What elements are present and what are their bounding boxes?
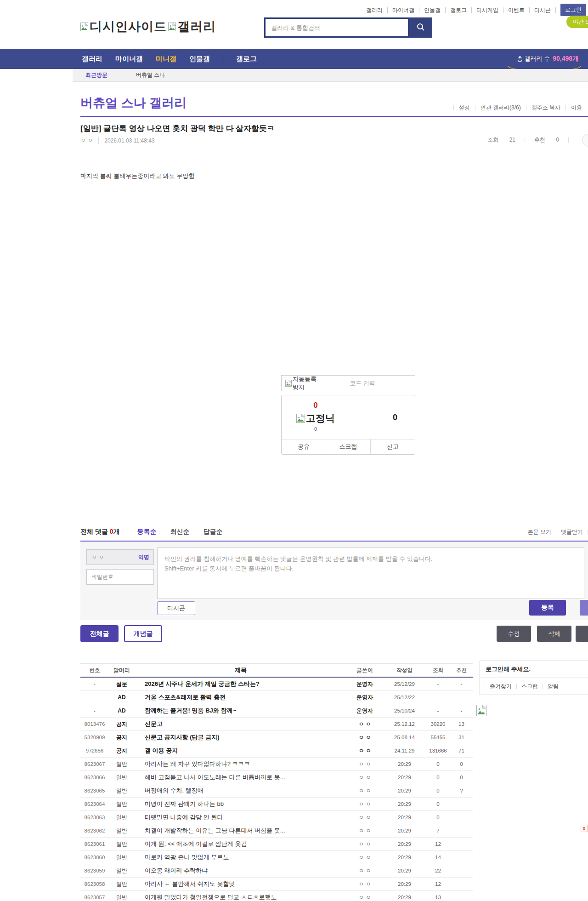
table-row[interactable]: 8623058 일반 아리사 ← 불안해서 쉬지도 못할덧 ㅇ ㅇ 20:29 … [80,878,473,891]
table-row[interactable]: 5320909 공지 신문고 공지사항 (답글 금지) ㅇ ㅇ 25.08.14… [80,731,473,744]
table-row[interactable]: 8623059 일반 이오몽 왜이리 추락하냐 ㅇ ㅇ 20:29 22 [80,864,473,878]
gallery-title[interactable]: 버츄얼 스나 갤러리 [80,95,187,111]
comment-password-field[interactable] [86,569,154,585]
main-nav-item[interactable]: 갤로그 [223,55,257,63]
post-title-link[interactable]: 마로카 역광 존나 맛없게 부르노 [135,853,347,861]
comment-name-field[interactable]: ㅇ ㅇ 익명 [86,549,154,565]
post-author[interactable]: ㅇ ㅇ [347,734,383,741]
post-author[interactable]: ㅇ ㅇ [347,814,383,821]
utility-nav-item[interactable]: 인물갤 [419,7,446,13]
share-button[interactable]: 공유 [282,439,326,454]
sidebar-action-link[interactable]: 즐겨찾기 [485,684,516,689]
table-row[interactable]: 8623063 일반 터렛밀면 나중에 감당 안 된다 ㅇ ㅇ 20:29 0 [80,811,473,824]
post-title-link[interactable]: 겨울 스포츠&레저로 활력 충전 [135,693,347,701]
gallery-header-link[interactable]: 연관 갤러리(3/6) [475,105,526,110]
post-title-link[interactable]: 신문고 [135,720,347,728]
clipped-button[interactable] [576,626,588,642]
utility-nav-item[interactable]: 갤로그 [446,7,472,13]
scrap-button[interactable]: 스크랩 [326,439,370,454]
night-mode-toggle[interactable]: 야간 모드 [566,16,588,28]
gallery-header-link[interactable]: 갤주소 복사 [526,105,565,110]
table-row[interactable]: - AD 함께하는 즐거움! 명품 BJ와 함께~ 운영자 25/10/24 -… [80,704,473,718]
post-author[interactable]: ㅇ ㅇ [347,720,383,728]
utility-nav-item[interactable]: 이벤트 [503,7,530,13]
close-comments-link[interactable]: 댓글닫기 [556,528,588,536]
comment-sort-tab[interactable]: 답글순 [204,528,223,536]
comment-submit-button-clipped[interactable]: 등록 [580,600,588,616]
post-author[interactable]: ㅇ ㅇ [347,854,383,861]
table-row[interactable]: 8623061 일반 이게 뭔; << 애초에 이걸로 쌈난게 웃김 ㅇ ㅇ 2… [80,838,473,851]
table-row[interactable]: 972656 공지 갤 이용 공지 ㅇ ㅇ 24.11.29 131666 71 [80,744,473,758]
dccon-button[interactable]: 디시콘 [157,601,195,615]
post-title-link[interactable]: 갤 이용 공지 [135,747,347,755]
captcha-input[interactable] [322,380,415,387]
main-nav-item[interactable]: 인물갤 [189,55,210,63]
recent-visit-label[interactable]: 최근방문 [85,71,107,79]
all-posts-button[interactable]: 전체글 [80,625,119,642]
upvote-area[interactable]: 0 고정닉 0 [288,401,343,432]
view-post-link[interactable]: 본문 보기 [523,528,556,536]
sidebar-action-link[interactable]: 알림 [543,684,563,689]
table-row[interactable]: 8623060 일반 마로카 역광 존나 맛없게 부르노 ㅇ ㅇ 20:29 1… [80,851,473,864]
logo[interactable]: 디시인사이드 갤러리 [80,18,216,35]
table-row[interactable]: 8013476 공지 신문고 ㅇ ㅇ 25.12.12 30220 13 [80,718,473,731]
post-title-link[interactable]: 이게 뭔; << 애초에 이걸로 쌈난게 웃김 [135,840,347,848]
table-row[interactable]: 8623065 일반 버장애의 수치. 텔장애 ㅇ ㅇ 20:29 0 ? [80,784,473,798]
post-title-link[interactable]: 신문고 공지사항 (답글 금지) [135,733,347,741]
post-author[interactable]: ㅇ ㅇ [347,800,383,808]
utility-nav-item[interactable]: 디시콘 [530,7,556,13]
post-author[interactable]: ㅇ ㅇ [347,867,383,875]
post-author[interactable]: ㅇ ㅇ [347,787,383,795]
post-title-link[interactable]: 버장애의 수치. 텔장애 [135,787,347,795]
post-title-link[interactable]: 미녕이 진짜 판떼기 하나는 bb [135,800,347,808]
clipped-round-button[interactable] [582,134,588,147]
post-title-link[interactable]: 치걜이 개발작하는 이유는 그냥 다른데서 버험을 못... [135,827,347,835]
utility-nav-item[interactable]: 디시게임 [472,7,503,13]
utility-nav-item[interactable]: 갤러리 [362,7,388,13]
edit-button[interactable]: 수정 [497,626,531,642]
post-title-link[interactable]: 함께하는 즐거움! 명품 BJ와 함께~ [135,707,347,715]
gallery-header-link[interactable]: 이용 [565,105,587,110]
post-author[interactable]: ㅇ ㅇ [347,760,383,768]
close-icon[interactable]: x [581,825,588,832]
table-row[interactable]: 8623064 일반 미녕이 진짜 판떼기 하나는 bb ㅇ ㅇ 20:29 0 [80,798,473,811]
post-author[interactable]: ㅇ ㅇ [347,774,383,781]
breadcrumb-current-gallery[interactable]: 버츄얼 스나 [136,71,165,79]
post-author[interactable]: ㅇ ㅇ [347,747,383,755]
post-title-link[interactable]: 아리사 ← 불안해서 쉬지도 못할덧 [135,880,347,888]
main-nav-item[interactable]: 갤러리 [82,55,102,63]
gallery-header-link[interactable]: 설정 [453,105,475,110]
search-button[interactable] [409,17,432,38]
best-posts-button[interactable]: 개념글 [124,625,162,642]
post-author[interactable]: ㅇ ㅇ [347,840,383,848]
login-button[interactable]: 로그인 [560,4,586,16]
post-author[interactable]: 운영자 [347,707,383,715]
table-row[interactable]: 8623067 일반 아리사는 왜 자꾸 있다없다하냐? ㅋㅋㅋ ㅇ ㅇ 20:… [80,758,473,771]
post-author[interactable]: ㅇ ㅇ [347,827,383,835]
post-title-link[interactable]: 이오몽 왜이리 추락하냐 [135,867,347,875]
post-title-link[interactable]: 아리사는 왜 자꾸 있다없다하냐? ㅋㅋㅋ [135,760,347,768]
comment-sort-tab[interactable]: 등록순 [137,528,157,536]
post-author[interactable]: ㅇ ㅇ [80,137,93,144]
post-title-link[interactable]: 이게뭔 밀었다가 청일전쟁으로 딜교 ㅅㅌㅊ로햇노 [135,893,347,901]
post-author[interactable]: ㅇ ㅇ [347,894,383,901]
search-input[interactable] [264,17,409,38]
post-author[interactable]: 운영자 [347,694,383,701]
table-row[interactable]: - AD 겨울 스포츠&레저로 활력 충전 운영자 25/12/22 - - [80,691,473,704]
table-row[interactable]: 8623066 일반 헤비 고점듣고 나서 아도노래는 다른 버튭버꺼로 못..… [80,771,473,784]
downvote-count[interactable]: 0 [393,413,397,422]
sidebar-action-link[interactable]: 스크랩 [516,684,543,689]
post-author[interactable]: 운영자 [347,680,383,688]
table-row[interactable]: 8623062 일반 치걜이 개발작하는 이유는 그냥 다른데서 버험을 못..… [80,824,473,838]
comment-sort-tab[interactable]: 최신순 [170,528,190,536]
post-title-link[interactable]: 헤비 고점듣고 나서 아도노래는 다른 버튭버꺼로 못... [135,773,347,781]
post-title-link[interactable]: 2026년 사주나 운세가 제일 궁금한 스타는? [135,680,347,688]
main-nav-item[interactable]: 마이너갤 [115,55,143,63]
report-button[interactable]: 신고 [370,439,415,454]
post-title-link[interactable]: 터렛밀면 나중에 감당 안 된다 [135,813,347,821]
utility-nav-item[interactable]: 마이너갤 [388,7,419,13]
comment-submit-button[interactable]: 등록 [529,600,566,616]
table-row[interactable]: 8623057 일반 이게뭔 밀었다가 청일전쟁으로 딜교 ㅅㅌㅊ로햇노 ㅇ ㅇ… [80,891,473,901]
main-nav-item[interactable]: 미니갤 [156,55,176,63]
post-author[interactable]: ㅇ ㅇ [347,880,383,888]
